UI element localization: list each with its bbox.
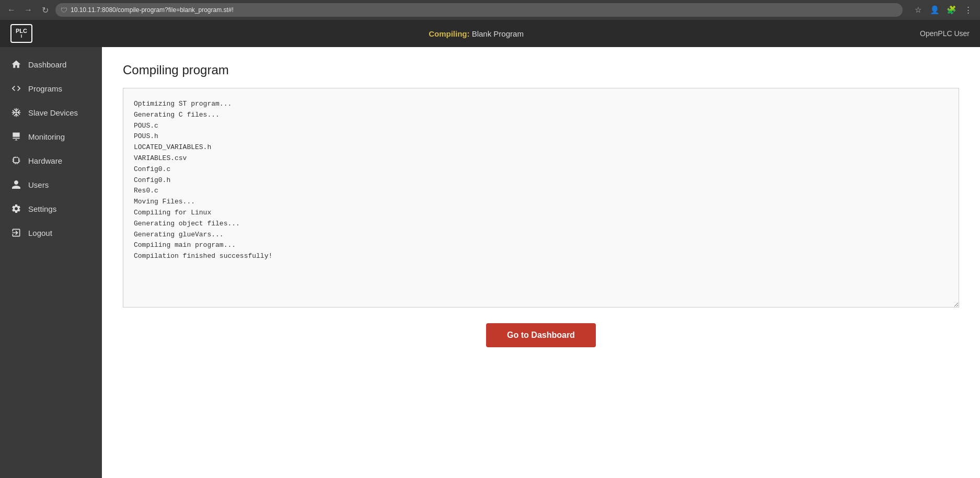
- sidebar-item-hardware[interactable]: Hardware: [0, 149, 102, 173]
- sidebar-label-users: Users: [28, 180, 49, 189]
- sidebar-label-logout: Logout: [28, 229, 52, 237]
- back-button[interactable]: ←: [5, 4, 18, 16]
- shield-icon: 🛡: [61, 6, 67, 14]
- bookmark-icon[interactable]: ☆: [911, 3, 925, 17]
- sidebar-label-dashboard: Dashboard: [28, 60, 66, 69]
- sidebar-item-dashboard[interactable]: Dashboard: [0, 52, 102, 76]
- home-icon: [10, 59, 22, 70]
- user-icon: [10, 179, 22, 190]
- extensions-icon[interactable]: 🧩: [944, 3, 958, 17]
- compiling-label: Compiling:: [429, 29, 469, 38]
- logout-icon: [10, 227, 22, 238]
- settings-icon: [10, 203, 22, 214]
- sidebar-label-programs: Programs: [28, 84, 62, 93]
- compile-output: Optimizing ST program... Generating C fi…: [123, 88, 959, 308]
- main-layout: Dashboard Programs Slave Devices Monitor…: [0, 47, 980, 478]
- code-icon: [10, 83, 22, 94]
- sidebar-item-logout[interactable]: Logout: [0, 221, 102, 245]
- sidebar-label-settings: Settings: [28, 204, 56, 213]
- page-title: Compiling program: [123, 63, 959, 77]
- address-bar[interactable]: 🛡 10.10.11.7:8080/compile-program?file=b…: [55, 3, 903, 17]
- app: PLC I Compiling: Blank Program OpenPLC U…: [0, 20, 980, 478]
- sidebar-item-settings[interactable]: Settings: [0, 197, 102, 221]
- forward-button[interactable]: →: [22, 4, 34, 16]
- sidebar-item-users[interactable]: Users: [0, 173, 102, 197]
- header-user: OpenPLC User: [920, 29, 970, 38]
- browser-toolbar: ☆ 👤 🧩 ⋮: [911, 3, 975, 17]
- sidebar-item-monitoring[interactable]: Monitoring: [0, 124, 102, 149]
- monitor-icon: [10, 131, 22, 142]
- sidebar-item-programs[interactable]: Programs: [0, 76, 102, 100]
- header-title: Compiling: Blank Program: [429, 29, 524, 38]
- sidebar: Dashboard Programs Slave Devices Monitor…: [0, 47, 102, 478]
- program-name: Blank Program: [472, 29, 524, 38]
- profile-icon[interactable]: 👤: [928, 3, 941, 17]
- logo: PLC I: [10, 24, 32, 43]
- sidebar-label-monitoring: Monitoring: [28, 132, 65, 141]
- url-text: 10.10.11.7:8080/compile-program?file=bla…: [71, 6, 234, 14]
- top-header: PLC I Compiling: Blank Program OpenPLC U…: [0, 20, 980, 47]
- sidebar-label-slave-devices: Slave Devices: [28, 108, 78, 117]
- snowflake-icon: [10, 107, 22, 118]
- logo-box: PLC I: [10, 24, 32, 43]
- chip-icon: [10, 155, 22, 166]
- content-area: Compiling program Optimizing ST program.…: [102, 47, 980, 478]
- browser-chrome: ← → ↻ 🛡 10.10.11.7:8080/compile-program?…: [0, 0, 980, 20]
- go-to-dashboard-button[interactable]: Go to Dashboard: [486, 323, 596, 347]
- sidebar-label-hardware: Hardware: [28, 156, 62, 165]
- sidebar-item-slave-devices[interactable]: Slave Devices: [0, 100, 102, 124]
- menu-icon[interactable]: ⋮: [961, 3, 975, 17]
- reload-button[interactable]: ↻: [39, 4, 51, 16]
